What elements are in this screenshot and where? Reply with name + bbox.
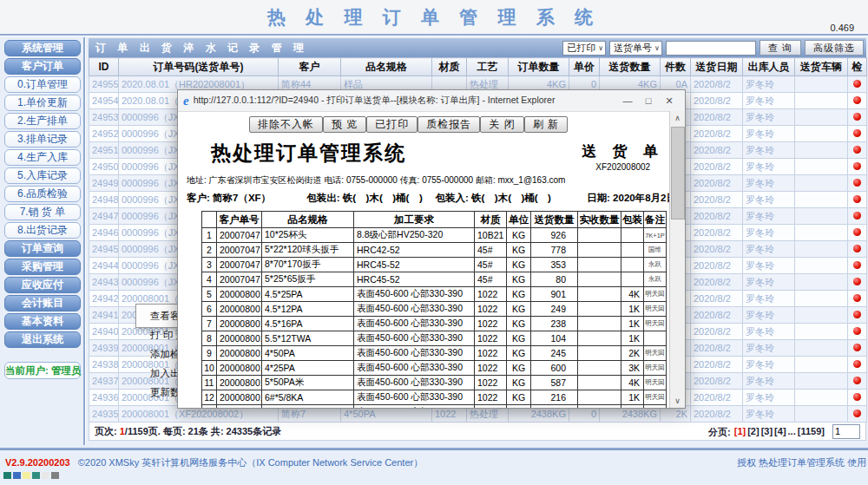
footer-copyright: ©2020 XMSky 英轩计算机网络服务中心（IX Computer Netw…	[78, 457, 423, 468]
sidebar-item[interactable]: 7.销 货 单	[4, 204, 81, 220]
scroll-up-icon[interactable]: ∧	[670, 111, 685, 125]
doc-cell-packing	[621, 243, 644, 258]
page-link[interactable]: [1]	[734, 426, 746, 436]
cell-id: 24938	[89, 357, 119, 373]
doc-cell-requirement: 表面450-600 心部330-390	[354, 317, 475, 331]
doc-cell-product: 4.5*12PA	[262, 302, 354, 317]
popup-action-button[interactable]: 已打印	[366, 116, 418, 133]
sidebar-category[interactable]: 采购管理	[4, 259, 81, 275]
cell-check[interactable]	[848, 76, 867, 93]
sidebar-item[interactable]: 3.排单记录	[4, 131, 81, 147]
cell-check[interactable]	[848, 142, 867, 159]
doc-cell-unit: KG	[507, 317, 531, 331]
sidebar-category[interactable]: 基本资料	[4, 313, 81, 330]
sidebar-item[interactable]: 4.生产入库	[4, 149, 81, 166]
doc-item-row: 12 200008001 6#*5/8KA 表面450-600 心部330-39…	[202, 390, 667, 405]
cell-check[interactable]	[848, 324, 867, 340]
popup-titlebar[interactable]: e http://127.0.0.1:112/?ID=24940 - 打印订单送…	[178, 90, 685, 112]
doc-col-remark: 备注	[644, 212, 667, 228]
cell-check[interactable]	[848, 93, 867, 109]
doc-col-delivery-qty: 送货数量	[531, 212, 578, 228]
cell-check[interactable]	[848, 406, 867, 423]
doc-cell-customer-no: 20007047	[217, 272, 262, 287]
check-dot-icon	[853, 129, 861, 137]
sidebar-category[interactable]: 客户订单	[4, 58, 81, 75]
sidebar-category[interactable]: 订单查询	[4, 240, 81, 257]
popup-scrollbar[interactable]: ∧ ∨	[669, 111, 685, 408]
doc-cell-unit: KG	[507, 243, 531, 258]
doc-cell-unit: KG	[507, 272, 531, 287]
cell-check[interactable]	[848, 208, 867, 225]
popup-action-button[interactable]: 预 览	[323, 116, 366, 133]
sidebar-category[interactable]: 系统管理	[4, 40, 81, 56]
advanced-filter-button[interactable]: 高级筛选	[805, 40, 864, 56]
doc-cell-customer-no: 200008001	[217, 302, 262, 317]
sidebar-category[interactable]: 退出系统	[4, 331, 81, 348]
sidebar-item[interactable]: 0.订单管理	[4, 76, 81, 93]
search-field-select[interactable]: 送货单号 ∨	[609, 41, 662, 56]
col-delivery-qty: 送货数量	[600, 58, 661, 76]
cell-check[interactable]	[848, 357, 867, 373]
page-link[interactable]: [2]	[747, 426, 759, 436]
page-link[interactable]: [4]	[774, 426, 786, 436]
delivery-note-document: 热处理订单管理系统 送 货 单 XF202008002 地址: 广东省深圳市宝安…	[178, 136, 685, 408]
doc-item-row: 5 200008001 4.5*25PA 表面450-600 心部330-390…	[202, 287, 667, 302]
sidebar-item[interactable]: 2.生产排单	[4, 113, 81, 129]
doc-cell-remark: 7K+1P	[644, 228, 667, 243]
close-icon[interactable]: ✕	[659, 95, 680, 107]
doc-cell-material: 10B21	[475, 228, 507, 243]
cell-check[interactable]	[848, 291, 867, 307]
cell-check[interactable]	[848, 126, 867, 142]
cell-vehicle	[795, 274, 848, 291]
doc-cell-material: 1022	[475, 317, 507, 331]
query-button[interactable]: 查 询	[760, 40, 801, 56]
cell-delivery-date: 2020/8/2	[691, 406, 743, 423]
doc-cell-customer-no: 200008001	[217, 376, 262, 390]
scroll-down-icon[interactable]: ∨	[670, 394, 685, 408]
minimize-icon[interactable]: —	[617, 95, 638, 106]
doc-cell-index: 13	[202, 405, 217, 409]
popup-action-button[interactable]: 刷 新	[524, 116, 568, 133]
sidebar-category[interactable]: 会计账目	[4, 295, 81, 311]
doc-cell-index: 10	[202, 361, 217, 376]
cell-check[interactable]	[848, 258, 867, 274]
doc-cell-requirement: 表面450-600 心部330-390	[354, 361, 475, 376]
doc-cell-material: 1022	[475, 302, 507, 317]
cell-check[interactable]	[848, 373, 867, 390]
popup-action-button[interactable]: 排除不入帐	[249, 116, 323, 133]
cell-check[interactable]	[848, 109, 867, 126]
cell-person: 罗冬玲	[743, 340, 795, 357]
maximize-icon[interactable]: □	[638, 95, 659, 106]
cell-check[interactable]	[848, 274, 867, 291]
cell-check[interactable]	[848, 225, 867, 241]
popup-action-button[interactable]: 质检报告	[418, 116, 480, 133]
cell-check[interactable]	[848, 159, 867, 175]
doc-cell-delivery-qty: 201	[531, 405, 578, 409]
sidebar-item[interactable]: 1.单价更新	[4, 95, 81, 111]
scrollbar-thumb[interactable]	[671, 127, 685, 220]
popup-action-button[interactable]: 关 闭	[480, 116, 523, 133]
cell-vehicle	[795, 406, 848, 423]
doc-cell-received-qty	[578, 258, 621, 272]
page-link[interactable]: [1159]	[798, 426, 825, 436]
cell-vehicle	[795, 126, 848, 142]
search-input[interactable]	[666, 41, 756, 56]
cell-check[interactable]	[848, 340, 867, 357]
sidebar-item[interactable]: 8.出货记录	[4, 222, 81, 239]
cell-check[interactable]	[848, 307, 867, 324]
sidebar-item[interactable]: 6.品质检验	[4, 186, 81, 202]
print-status-select[interactable]: 已打印 ∨	[562, 41, 606, 56]
sidebar-category[interactable]: 应收应付	[4, 277, 81, 293]
page-link[interactable]: ...	[788, 426, 796, 436]
cell-check[interactable]	[848, 390, 867, 406]
sidebar-item[interactable]: 5.入库记录	[4, 167, 81, 184]
check-dot-icon	[853, 327, 861, 335]
cell-check[interactable]	[848, 241, 867, 258]
cell-check[interactable]	[848, 175, 867, 192]
page-link[interactable]: [3]	[761, 426, 773, 436]
cell-check[interactable]	[848, 192, 867, 208]
doc-cell-remark: 明天回	[644, 390, 667, 405]
doc-cell-product: 5.5*12TWA	[262, 331, 354, 346]
goto-page-input[interactable]	[832, 424, 860, 439]
doc-cell-received-qty	[578, 405, 621, 409]
